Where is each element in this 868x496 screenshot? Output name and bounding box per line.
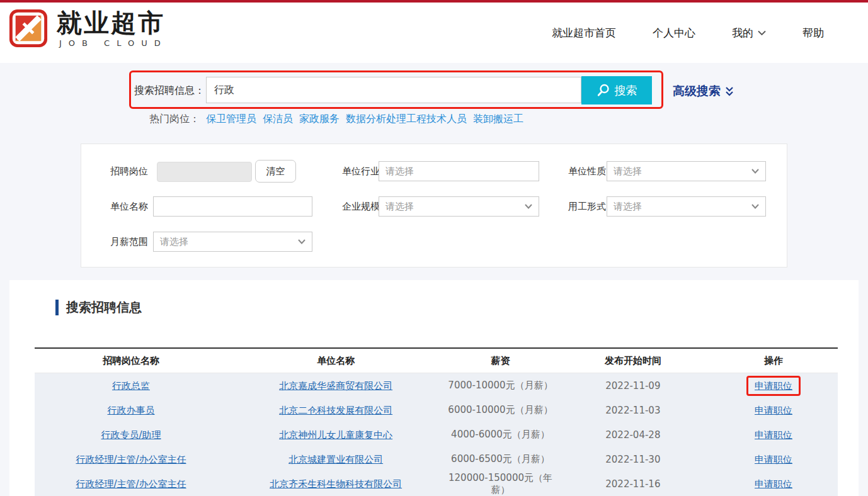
apply-link[interactable]: 申请职位 bbox=[755, 429, 792, 441]
logo-title: 就业超市 bbox=[57, 9, 168, 37]
nav-mine[interactable]: 我的 bbox=[732, 26, 766, 40]
select-chevron-icon bbox=[525, 204, 532, 209]
filter-label-employment: 用工形式 bbox=[564, 196, 606, 217]
col-header-company: 单位名称 bbox=[227, 355, 444, 367]
job-link[interactable]: 行政经理/主管/办公室主任 bbox=[76, 478, 186, 490]
filter-panel: 招聘岗位 清空 单位行业 请选择 单位性质 请选择 单位名称 企业规模 请选择 … bbox=[81, 144, 787, 268]
industry-field[interactable]: 请选择 bbox=[379, 161, 539, 181]
main-nav: 就业超市首页 个人中心 我的 帮助 bbox=[552, 3, 824, 63]
filter-label-nature: 单位性质 bbox=[564, 161, 606, 181]
chevron-down-icon bbox=[758, 30, 766, 36]
search-icon bbox=[597, 84, 610, 97]
apply-link[interactable]: 申请职位 bbox=[755, 454, 792, 465]
col-header-date: 发布开始时间 bbox=[557, 355, 709, 367]
apply-link[interactable]: 申请职位 bbox=[755, 380, 792, 392]
col-header-action: 操作 bbox=[709, 355, 838, 367]
table-row: 行政总监 北京嘉成华盛商贸有限公司 7000-10000元（月薪） 2022-1… bbox=[35, 373, 838, 398]
filter-label-salary: 月薪范围 bbox=[106, 232, 148, 252]
company-name-input[interactable] bbox=[153, 196, 312, 217]
company-link[interactable]: 北京二仓科技发展有限公司 bbox=[279, 405, 392, 416]
table-row: 行政办事员 北京二仓科技发展有限公司 6000-10000元（月薪） 2022-… bbox=[35, 398, 838, 422]
filter-label-industry: 单位行业 bbox=[338, 161, 380, 181]
salary-value: 7000-10000元（月薪） bbox=[444, 380, 557, 392]
results-card: 搜索招聘信息 招聘岗位名称 单位名称 薪资 发布开始时间 操作 行政总监 北京嘉… bbox=[9, 280, 859, 496]
table-row: 行政经理/主管/办公室主任 北京齐禾生科生物科技有限公司 120000-1500… bbox=[35, 471, 838, 496]
table-header-row: 招聘岗位名称 单位名称 薪资 发布开始时间 操作 bbox=[35, 347, 838, 373]
employment-select[interactable]: 请选择 bbox=[607, 196, 766, 217]
publish-date: 2022-04-28 bbox=[557, 429, 709, 441]
hot-link-cleaner[interactable]: 保洁员 bbox=[263, 113, 293, 126]
publish-date: 2022-11-16 bbox=[557, 478, 709, 490]
clear-button[interactable]: 清空 bbox=[255, 160, 296, 183]
search-label: 搜索招聘信息： bbox=[134, 84, 205, 98]
publish-date: 2022-11-03 bbox=[557, 405, 709, 416]
site-logo[interactable]: 就业超市 JOB CLOUD bbox=[9, 9, 168, 48]
salary-value: 4000-6000元（月薪） bbox=[444, 429, 557, 441]
section-title: 搜索招聘信息 bbox=[55, 299, 142, 316]
table-body: 行政总监 北京嘉成华盛商贸有限公司 7000-10000元（月薪） 2022-1… bbox=[35, 373, 838, 496]
select-chevron-icon bbox=[751, 204, 759, 209]
company-link[interactable]: 北京齐禾生科生物科技有限公司 bbox=[270, 478, 402, 490]
job-field-disabled bbox=[157, 162, 252, 182]
job-link[interactable]: 行政总监 bbox=[112, 380, 150, 392]
jobs-table: 招聘岗位名称 单位名称 薪资 发布开始时间 操作 行政总监 北京嘉成华盛商贸有限… bbox=[35, 347, 838, 496]
salary-value: 6000-10000元（月薪） bbox=[444, 404, 557, 416]
apply-link[interactable]: 申请职位 bbox=[755, 478, 792, 490]
hot-jobs-row: 热门岗位： 保卫管理员 保洁员 家政服务 数据分析处理工程技术人员 装卸搬运工 bbox=[149, 113, 523, 126]
job-link[interactable]: 行政经理/主管/办公室主任 bbox=[76, 454, 186, 465]
salary-select[interactable]: 请选择 bbox=[153, 232, 312, 252]
hot-link-loader[interactable]: 装卸搬运工 bbox=[473, 113, 523, 126]
filter-label-scale: 企业规模 bbox=[338, 196, 380, 217]
salary-value: 6000-6500元（月薪） bbox=[444, 453, 557, 465]
nature-select[interactable]: 请选择 bbox=[607, 161, 766, 181]
site-header: 就业超市 JOB CLOUD 就业超市首页 个人中心 我的 帮助 bbox=[0, 3, 868, 63]
search-button[interactable]: 搜索 bbox=[581, 76, 652, 104]
apply-annotation-box: 申请职位 bbox=[746, 376, 801, 396]
company-link[interactable]: 北京嘉成华盛商贸有限公司 bbox=[279, 380, 392, 392]
logo-subtitle: JOB CLOUD bbox=[59, 38, 168, 48]
double-chevron-down-icon bbox=[725, 86, 734, 97]
select-chevron-icon bbox=[751, 169, 759, 174]
publish-date: 2022-11-09 bbox=[557, 380, 709, 392]
publish-date: 2022-11-30 bbox=[557, 454, 709, 465]
company-link[interactable]: 北京神州儿女儿童康复中心 bbox=[279, 429, 392, 441]
company-link[interactable]: 北京城建置业有限公司 bbox=[288, 454, 383, 465]
nav-home[interactable]: 就业超市首页 bbox=[552, 26, 616, 40]
nav-personal-center[interactable]: 个人中心 bbox=[653, 26, 695, 40]
search-input[interactable] bbox=[206, 77, 581, 103]
job-link[interactable]: 行政办事员 bbox=[108, 405, 155, 416]
search-button-label: 搜索 bbox=[615, 83, 637, 98]
advanced-search-link[interactable]: 高级搜索 bbox=[673, 83, 734, 99]
select-chevron-icon bbox=[298, 239, 306, 244]
hot-link-data-analysis[interactable]: 数据分析处理工程技术人员 bbox=[346, 113, 467, 126]
filter-label-job: 招聘岗位 bbox=[106, 161, 148, 181]
hot-jobs-label: 热门岗位： bbox=[149, 113, 200, 126]
apply-link[interactable]: 申请职位 bbox=[755, 405, 792, 416]
salary-value: 120000-150000元（年薪） bbox=[444, 472, 557, 496]
hot-link-housekeeping[interactable]: 家政服务 bbox=[299, 113, 340, 126]
logo-icon bbox=[9, 9, 48, 48]
scale-select[interactable]: 请选择 bbox=[379, 196, 539, 217]
section-title-accent-bar bbox=[55, 300, 59, 315]
nav-help[interactable]: 帮助 bbox=[802, 26, 824, 40]
job-link[interactable]: 行政专员/助理 bbox=[101, 429, 161, 441]
col-header-salary: 薪资 bbox=[444, 355, 557, 367]
filter-label-company: 单位名称 bbox=[106, 196, 148, 217]
hot-link-security-manager[interactable]: 保卫管理员 bbox=[206, 113, 256, 126]
col-header-job: 招聘岗位名称 bbox=[35, 355, 227, 367]
table-row: 行政经理/主管/办公室主任 北京城建置业有限公司 6000-6500元（月薪） … bbox=[35, 447, 838, 471]
section-title-text: 搜索招聘信息 bbox=[66, 299, 142, 316]
table-row: 行政专员/助理 北京神州儿女儿童康复中心 4000-6000元（月薪） 2022… bbox=[35, 422, 838, 447]
